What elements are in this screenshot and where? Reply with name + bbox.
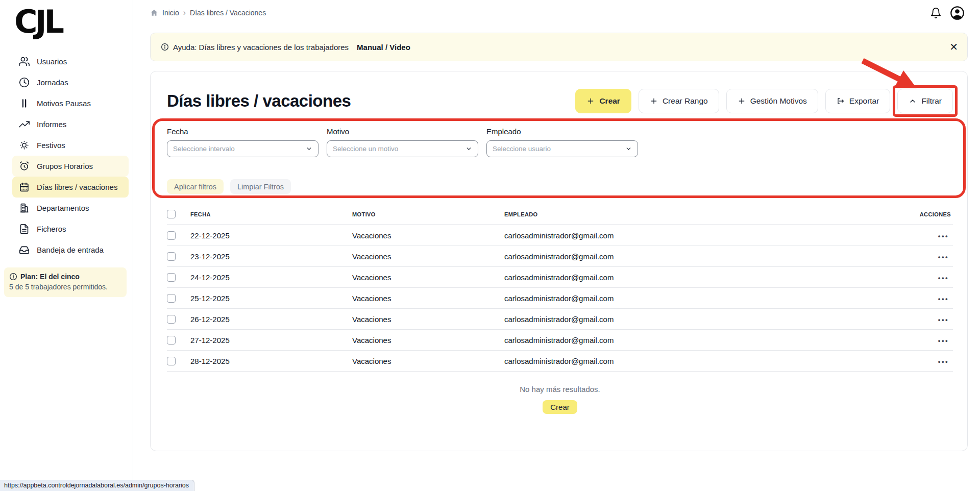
- table-header-row: FECHAMOTIVOEMPLEADOACCIONES: [167, 207, 953, 225]
- empleado-filter-select[interactable]: Seleccione usuario: [486, 140, 638, 157]
- row-checkbox[interactable]: [167, 273, 176, 282]
- cell-fecha: 26-12-2025: [190, 309, 352, 330]
- manage-reasons-button[interactable]: Gestión Motivos: [726, 89, 818, 113]
- cell-empleado: carlosadministrador@gmail.com: [504, 330, 897, 351]
- sidebar-item-label: Motivos Pausas: [37, 99, 91, 108]
- user-avatar-icon[interactable]: [950, 6, 965, 20]
- create-button[interactable]: Crear: [575, 89, 631, 113]
- row-actions-button[interactable]: •••: [938, 295, 949, 303]
- video-link[interactable]: Video: [389, 43, 410, 52]
- export-button[interactable]: Exportar: [825, 89, 891, 113]
- cell-fecha: 22-12-2025: [190, 225, 352, 246]
- clear-filters-button[interactable]: Limpiar Filtros: [230, 179, 291, 194]
- manual-link[interactable]: Manual: [357, 43, 383, 52]
- table-row: 28-12-2025Vacacionescarlosadministrador@…: [167, 351, 953, 372]
- row-checkbox[interactable]: [167, 231, 176, 240]
- cell-fecha: 24-12-2025: [190, 267, 352, 288]
- table-row: 24-12-2025Vacacionescarlosadministrador@…: [167, 267, 953, 288]
- fecha-filter-select[interactable]: Seleccione intervalo: [167, 140, 318, 157]
- row-checkbox[interactable]: [167, 252, 176, 261]
- row-actions-button[interactable]: •••: [938, 253, 949, 261]
- home-icon: [150, 9, 158, 17]
- sidebar-item-dias-libres-vacaciones[interactable]: Días libres / vacaciones: [12, 177, 129, 198]
- select-placeholder: Seleccione un motivo: [333, 145, 398, 153]
- sidebar-item-festivos[interactable]: Festivos: [12, 135, 129, 156]
- notifications-bell-icon[interactable]: [930, 7, 942, 19]
- plan-subtitle: 5 de 5 trabajadores permitidos.: [9, 283, 121, 291]
- filter-fields: FechaSeleccione intervaloMotivoSeleccion…: [167, 127, 953, 157]
- plan-title-text: Plan: El del cinco: [20, 273, 80, 281]
- sidebar-item-label: Ficheros: [37, 225, 66, 233]
- row-checkbox[interactable]: [167, 294, 176, 303]
- button-label: Filtrar: [921, 96, 942, 106]
- sidebar-item-label: Días libres / vacaciones: [37, 183, 117, 191]
- button-label: Exportar: [849, 96, 879, 106]
- row-checkbox[interactable]: [167, 336, 176, 345]
- sidebar-nav: UsuariosJornadasMotivos PausasInformesFe…: [0, 47, 133, 260]
- cell-empleado: carlosadministrador@gmail.com: [504, 246, 897, 267]
- topbar: Inicio › Días libres / Vacaciones: [134, 0, 980, 26]
- create-range-button[interactable]: Crear Rango: [639, 89, 719, 113]
- plus-icon: [738, 97, 746, 105]
- table-row: 26-12-2025Vacacionescarlosadministrador@…: [167, 309, 953, 330]
- breadcrumb-inicio[interactable]: Inicio: [162, 9, 179, 17]
- row-checkbox[interactable]: [167, 357, 176, 365]
- sidebar-item-grupos-horarios[interactable]: Grupos Horarios: [12, 156, 129, 177]
- row-actions-button[interactable]: •••: [938, 358, 949, 365]
- sidebar-item-bandeja-de-entrada[interactable]: Bandeja de entrada: [12, 239, 129, 260]
- sun-icon: [19, 140, 30, 151]
- cell-fecha: 25-12-2025: [190, 288, 352, 309]
- row-actions-button[interactable]: •••: [938, 316, 949, 324]
- main-content: Inicio › Días libres / Vacaciones Ayuda:…: [134, 0, 980, 451]
- pause-icon: [19, 98, 30, 109]
- sidebar-item-departamentos[interactable]: Departamentos: [12, 198, 129, 218]
- row-actions-button[interactable]: •••: [938, 337, 949, 345]
- cell-motivo: Vacaciones: [352, 309, 504, 330]
- motivo-filter-select[interactable]: Seleccione un motivo: [327, 140, 478, 157]
- create-bottom-button[interactable]: Crear: [543, 400, 577, 414]
- alarm-clock-icon: [19, 161, 30, 171]
- cell-motivo: Vacaciones: [352, 288, 504, 309]
- table-row: 27-12-2025Vacacionescarlosadministrador@…: [167, 330, 953, 351]
- page-title: Días libres / vacaciones: [167, 91, 351, 111]
- sidebar-item-ficheros[interactable]: Ficheros: [12, 218, 129, 239]
- card-header: Días libres / vacaciones CrearCrear Rang…: [167, 89, 953, 113]
- users-icon: [19, 56, 30, 67]
- cell-empleado: carlosadministrador@gmail.com: [504, 225, 897, 246]
- apply-filters-button[interactable]: Aplicar filtros: [167, 179, 224, 194]
- button-label: Crear: [599, 96, 620, 106]
- sidebar-item-label: Informes: [37, 120, 66, 129]
- column-header-fecha: FECHA: [190, 207, 352, 225]
- topbar-right: [930, 6, 965, 20]
- sidebar-item-informes[interactable]: Informes: [12, 114, 129, 135]
- filter-button[interactable]: Filtrar: [897, 89, 953, 113]
- building-icon: [19, 203, 30, 213]
- select-all-checkbox[interactable]: [167, 210, 176, 218]
- column-header-motivo: MOTIVO: [352, 207, 504, 225]
- help-link-separator: /: [385, 43, 387, 52]
- export-icon: [837, 97, 845, 105]
- row-actions-button[interactable]: •••: [938, 274, 949, 282]
- sidebar: CJL UsuariosJornadasMotivos PausasInform…: [0, 0, 133, 491]
- sidebar-item-motivos-pausas[interactable]: Motivos Pausas: [12, 93, 129, 114]
- row-checkbox[interactable]: [167, 315, 176, 324]
- table-row: 25-12-2025Vacacionescarlosadministrador@…: [167, 288, 953, 309]
- row-actions-button[interactable]: •••: [938, 232, 949, 240]
- content-card: Días libres / vacaciones CrearCrear Rang…: [150, 71, 968, 451]
- cell-motivo: Vacaciones: [352, 246, 504, 267]
- filter-button-wrapper: Filtrar: [897, 89, 953, 113]
- plan-box: Plan: El del cinco 5 de 5 trabajadores p…: [4, 267, 127, 297]
- breadcrumb-current: Días libres / Vacaciones: [190, 9, 266, 17]
- chevron-down-icon: [465, 145, 472, 152]
- inbox-icon: [19, 244, 30, 255]
- cell-motivo: Vacaciones: [352, 267, 504, 288]
- cell-motivo: Vacaciones: [352, 225, 504, 246]
- filter-label: Empleado: [486, 127, 638, 136]
- close-icon[interactable]: ✕: [949, 42, 958, 52]
- cell-motivo: Vacaciones: [352, 351, 504, 372]
- sidebar-item-jornadas[interactable]: Jornadas: [12, 72, 129, 93]
- trending-up-icon: [19, 119, 30, 130]
- filter-buttons: Aplicar filtros Limpiar Filtros: [167, 179, 953, 194]
- sidebar-item-usuarios[interactable]: Usuarios: [12, 51, 129, 72]
- button-label: Gestión Motivos: [750, 96, 807, 106]
